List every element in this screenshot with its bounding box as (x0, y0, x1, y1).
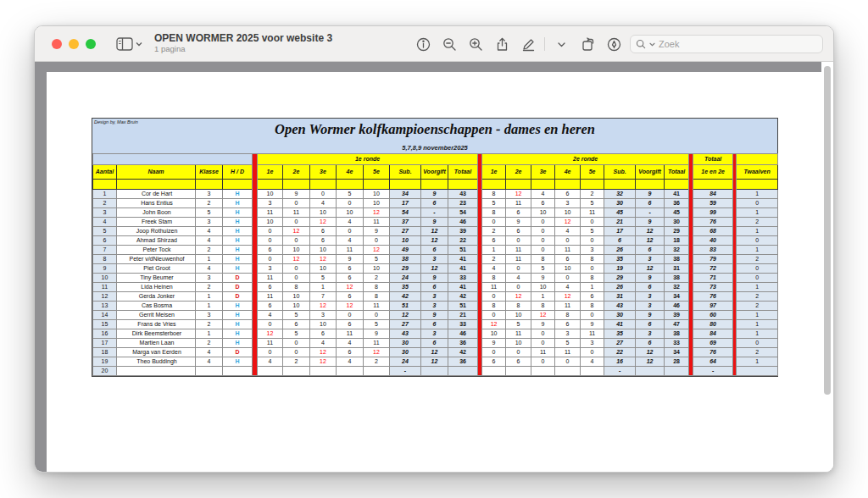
table-row: 13Cas Bosma1H610121211513518881184334697… (93, 302, 778, 311)
score-cell: 6 (310, 227, 337, 236)
score-cell: 36 (448, 339, 478, 348)
score-cell: 5 (581, 199, 604, 208)
score-cell: 1 (196, 329, 223, 339)
score-cell: 10 (258, 218, 283, 227)
score-cell: 4 (258, 311, 283, 320)
score-cell: 42 (448, 348, 478, 357)
chevron-down-icon (649, 42, 655, 47)
table-row: 10Tiny Beumer3D110562249338490829938710 (93, 274, 778, 283)
score-cell: Twaalven (737, 165, 778, 180)
toolbar-divider (544, 37, 545, 51)
score-cell: 5 (364, 255, 390, 264)
score-cell: 0 (737, 199, 778, 208)
zoom-in-icon (469, 37, 483, 52)
score-cell: 15 (93, 320, 117, 329)
score-cell: 4 (196, 348, 223, 357)
markup-dropdown-button[interactable] (551, 34, 571, 54)
score-cell: 33 (448, 320, 478, 329)
score-cell: 9 (283, 190, 310, 199)
score-cell: 12 (531, 311, 555, 320)
score-cell: 43 (390, 329, 421, 339)
score-cell: H (223, 264, 253, 274)
fill-sign-button[interactable] (604, 34, 624, 54)
score-cell (555, 180, 581, 190)
score-cell (482, 367, 506, 376)
score-cell: 8 (283, 283, 310, 292)
score-cell: 12 (636, 348, 665, 357)
score-cell: 1 (196, 302, 223, 311)
score-cell: 12 (636, 236, 665, 246)
score-cell: 4 (310, 339, 337, 348)
score-cell (364, 367, 390, 376)
score-cell: 5 (283, 329, 310, 339)
score-cell: 35 (390, 283, 421, 292)
score-cell: 27 (604, 339, 636, 348)
score-cell: 9 (581, 320, 604, 329)
score-cell: 9 (636, 218, 665, 227)
column-header-row: AantalNaamKlasseH / D1e2e3e4e5eSub.Voorg… (93, 165, 778, 180)
scrollbar-thumb[interactable] (824, 66, 831, 395)
score-cell: 6 (421, 246, 448, 255)
score-cell (531, 180, 555, 190)
search-field[interactable]: Zoek (630, 35, 823, 53)
score-cell: 9 (482, 339, 506, 348)
score-cell: 9 (531, 274, 555, 283)
score-cell: - (390, 367, 421, 376)
score-cell: 9 (421, 274, 448, 283)
score-cell: 0 (258, 320, 283, 329)
score-cell: Lida Heinen (117, 283, 196, 292)
zoom-in-button[interactable] (465, 34, 486, 54)
score-cell: 10 (93, 274, 117, 283)
score-cell: 4 (555, 227, 581, 236)
spacer-row (93, 180, 778, 190)
score-cell: 2 (737, 218, 778, 227)
score-cell: 10 (310, 246, 337, 255)
search-icon (636, 39, 646, 49)
score-cell (737, 180, 778, 190)
zoom-out-button[interactable] (439, 34, 459, 54)
score-cell (448, 180, 478, 190)
score-cell: 8 (555, 311, 581, 320)
score-cell: 1 (737, 311, 778, 320)
score-cell: 10 (310, 208, 337, 218)
score-cell: H (223, 255, 253, 264)
scrollbar-track[interactable] (821, 62, 834, 472)
sidebar-toggle-button[interactable] (116, 37, 142, 51)
score-cell: 11 (258, 274, 283, 283)
table-row: 17Martien Laan2H110441130636910053276336… (93, 339, 778, 348)
score-cell: H (223, 339, 253, 348)
score-cell: 17 (390, 199, 421, 208)
score-cell: 84 (693, 190, 733, 199)
score-cell: 14 (93, 311, 117, 320)
close-button[interactable] (52, 39, 62, 49)
score-cell: 10 (531, 283, 555, 292)
score-cell: 0 (283, 218, 310, 227)
score-cell: 6 (337, 348, 364, 357)
score-cell: 73 (693, 283, 733, 292)
zoom-button[interactable] (86, 39, 96, 49)
score-cell: 3 (555, 199, 581, 208)
score-cell: 5 (531, 264, 555, 274)
score-cell: 0 (531, 246, 555, 255)
markup-button[interactable] (518, 34, 538, 54)
score-cell: 5 (310, 274, 337, 283)
score-cell: 6 (482, 357, 506, 367)
share-button[interactable] (492, 34, 512, 54)
score-cell: 9 (364, 227, 390, 236)
score-cell: 43 (448, 190, 478, 199)
score-cell: 3 (636, 255, 665, 264)
score-cell: 2e ronde (482, 154, 689, 165)
score-cell: 0 (506, 264, 531, 274)
score-cell: 5 (581, 227, 604, 236)
score-cell: H (223, 246, 253, 255)
score-cell: 21 (448, 311, 478, 320)
score-cell: 10 (364, 199, 390, 208)
score-cell: 3 (421, 292, 448, 302)
score-cell (364, 180, 390, 190)
score-cell: 38 (390, 255, 421, 264)
rotate-button[interactable] (577, 34, 598, 54)
info-button[interactable] (413, 34, 433, 54)
score-cell: 9 (337, 255, 364, 264)
titlebar: OPEN WORMER 2025 voor website 3 1 pagina (35, 26, 833, 62)
minimize-button[interactable] (69, 39, 79, 49)
